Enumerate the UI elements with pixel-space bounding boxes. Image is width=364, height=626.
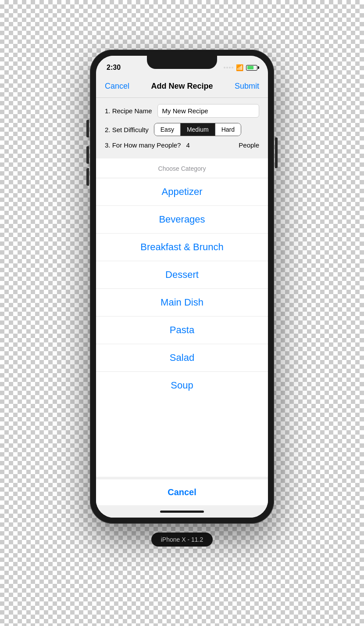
home-bar <box>160 511 204 513</box>
people-unit: People <box>239 141 259 149</box>
picker-cancel-button[interactable]: Cancel <box>96 477 268 505</box>
picker-item-soup[interactable]: Soup <box>96 372 268 399</box>
picker-item-dessert[interactable]: Dessert <box>96 261 268 289</box>
recipe-name-input[interactable] <box>157 104 259 118</box>
difficulty-medium[interactable]: Medium <box>181 123 215 136</box>
picker-item-appetizer[interactable]: Appetizer <box>96 178 268 206</box>
form-area: 1. Recipe Name 2. Set Difficulty Easy Me… <box>96 98 268 158</box>
difficulty-easy[interactable]: Easy <box>154 123 181 136</box>
picker-item-maindish[interactable]: Main Dish <box>96 289 268 317</box>
phone-screen: 2:30 📶 Cancel Add New Re <box>96 56 268 518</box>
device-label: iPhone X - 11.2 <box>151 532 213 547</box>
notch <box>147 56 217 69</box>
phone-wrapper: 2:30 📶 Cancel Add New Re <box>77 50 287 576</box>
picker-list: Appetizer Beverages Breakfast & Brunch D… <box>96 178 268 477</box>
difficulty-row: 2. Set Difficulty Easy Medium Hard <box>105 123 259 136</box>
status-time: 2:30 <box>107 64 121 72</box>
battery-fill <box>247 66 254 69</box>
difficulty-segment: Easy Medium Hard <box>154 123 241 136</box>
battery-icon <box>246 65 257 71</box>
recipe-name-label: 1. Recipe Name <box>105 107 152 115</box>
wifi-icon: 📶 <box>236 64 243 71</box>
difficulty-hard[interactable]: Hard <box>215 123 241 136</box>
nav-cancel-button[interactable]: Cancel <box>105 82 129 91</box>
difficulty-label: 2. Set Difficulty <box>105 126 149 133</box>
signal-icon <box>224 67 233 68</box>
picker-item-beverages[interactable]: Beverages <box>96 206 268 234</box>
nav-bar: Cancel Add New Recipe Submit <box>96 75 268 98</box>
recipe-name-row: 1. Recipe Name <box>105 104 259 118</box>
picker-header-text: Choose Category <box>158 165 206 172</box>
home-indicator <box>96 505 268 518</box>
picker-sheet: Choose Category Appetizer Beverages Brea… <box>96 158 268 518</box>
picker-item-salad[interactable]: Salad <box>96 344 268 372</box>
people-value: 4 <box>186 141 189 149</box>
status-icons: 📶 <box>224 64 257 71</box>
picker-item-breakfast[interactable]: Breakfast & Brunch <box>96 234 268 261</box>
people-row: 3. For How many People? 4 People <box>105 141 259 149</box>
picker-header: Choose Category <box>96 158 268 178</box>
nav-title: Add New Recipe <box>151 82 213 91</box>
nav-submit-button[interactable]: Submit <box>235 82 259 91</box>
picker-item-pasta[interactable]: Pasta <box>96 317 268 344</box>
people-label: 3. For How many People? <box>105 141 181 149</box>
phone-body: 2:30 📶 Cancel Add New Re <box>90 50 274 524</box>
